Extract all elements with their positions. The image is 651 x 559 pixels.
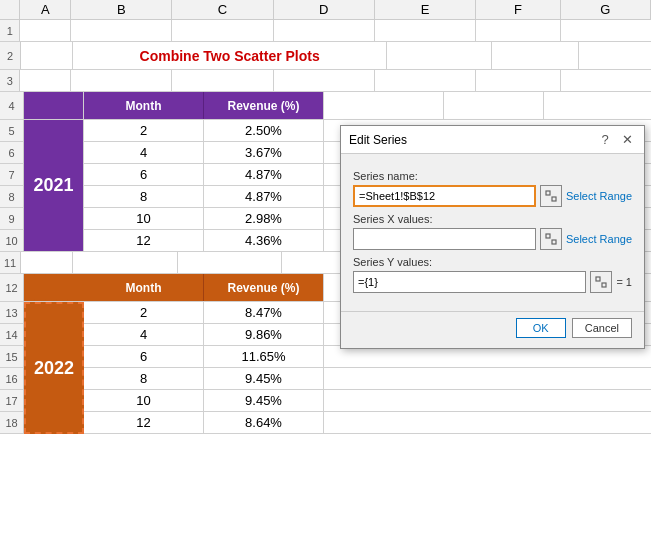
data-2022-r1-revenue[interactable]: 8.47% xyxy=(204,302,324,323)
cell-d3[interactable] xyxy=(274,70,375,91)
col-header-a: A xyxy=(20,0,71,19)
data-2021-r2-month[interactable]: 4 xyxy=(84,142,204,163)
svg-rect-1 xyxy=(552,197,556,201)
dialog-cancel-button[interactable]: Cancel xyxy=(572,318,632,338)
cell-e1[interactable] xyxy=(375,20,476,41)
data-2022-r2-month[interactable]: 4 xyxy=(84,324,204,345)
series-y-label: Series Y values: xyxy=(353,256,632,268)
cell-f2[interactable] xyxy=(492,42,579,69)
cell-rest-r16[interactable] xyxy=(324,368,651,389)
cell-g2[interactable] xyxy=(579,42,651,69)
dialog-ok-button[interactable]: OK xyxy=(516,318,566,338)
header-month-2022[interactable]: Month xyxy=(84,274,204,301)
data-2021-r1-revenue[interactable]: 2.50% xyxy=(204,120,324,141)
cell-rest-r18[interactable] xyxy=(324,412,651,433)
data-2021-r4-month[interactable]: 8 xyxy=(84,186,204,207)
data-2022-r6-revenue[interactable]: 8.64% xyxy=(204,412,324,433)
data-2022-r3-month[interactable]: 6 xyxy=(84,346,204,367)
data-2021-r3-revenue[interactable]: 4.87% xyxy=(204,164,324,185)
year-2021-label: 2021 xyxy=(33,175,73,196)
dialog-help-button[interactable]: ? xyxy=(596,131,614,149)
data-2021-r4-revenue[interactable]: 4.87% xyxy=(204,186,324,207)
data-2021-r5-month[interactable]: 10 xyxy=(84,208,204,229)
svg-rect-4 xyxy=(596,277,600,281)
data-2021-r6-month[interactable]: 12 xyxy=(84,230,204,251)
series-x-select-range[interactable]: Select Range xyxy=(566,233,632,245)
cell-b1[interactable] xyxy=(71,20,172,41)
cell-f3[interactable] xyxy=(476,70,560,91)
data-2021-r2-revenue[interactable]: 3.67% xyxy=(204,142,324,163)
row-num-17: 17 xyxy=(0,390,23,412)
cell-rest-r15[interactable] xyxy=(324,346,651,367)
excel-wrapper: A B C D E F G 1 2 Combine Two Scatter Pl… xyxy=(0,0,651,559)
svg-rect-0 xyxy=(546,191,550,195)
series-x-label: Series X values: xyxy=(353,213,632,225)
cell-c11[interactable] xyxy=(178,252,283,273)
series-name-label: Series name: xyxy=(353,170,632,182)
cell-e2[interactable] xyxy=(387,42,492,69)
dialog-close-button[interactable]: ✕ xyxy=(618,131,636,149)
cell-rest-r17[interactable] xyxy=(324,390,651,411)
cell-f1[interactable] xyxy=(476,20,560,41)
cell-a1[interactable] xyxy=(20,20,71,41)
data-2021-r3-month[interactable]: 6 xyxy=(84,164,204,185)
year-2021-cell[interactable]: 2021 xyxy=(24,120,84,252)
revenue-header-label-2022: Revenue (%) xyxy=(227,281,299,295)
data-2022-r4-revenue[interactable]: 9.45% xyxy=(204,368,324,389)
row-num-12: 12 xyxy=(0,274,24,301)
data-2021-r1-month[interactable]: 2 xyxy=(84,120,204,141)
row-num-13: 13 xyxy=(0,302,23,324)
cell-f4[interactable] xyxy=(444,92,544,119)
year-2022-cell[interactable]: 2022 xyxy=(24,302,84,434)
data-2022-r4-month[interactable]: 8 xyxy=(84,368,204,389)
series-name-range-button[interactable] xyxy=(540,185,562,207)
col-header-d: D xyxy=(274,0,375,19)
col-header-e: E xyxy=(375,0,476,19)
series-y-row: = 1 xyxy=(353,271,632,293)
col-header-b: B xyxy=(71,0,172,19)
cell-g4[interactable] xyxy=(544,92,651,119)
data-2022-r2-revenue[interactable]: 9.86% xyxy=(204,324,324,345)
header-month-2021[interactable]: Month xyxy=(84,92,204,119)
data-2022-r1-month[interactable]: 2 xyxy=(84,302,204,323)
cell-a3[interactable] xyxy=(20,70,71,91)
series-x-row: Select Range xyxy=(353,228,632,250)
row-num-6: 6 xyxy=(0,142,23,164)
header-revenue-2021[interactable]: Revenue (%) xyxy=(204,92,324,119)
cell-b3[interactable] xyxy=(71,70,172,91)
series-y-eq-label: = 1 xyxy=(616,276,632,288)
row-num-11: 11 xyxy=(0,252,21,273)
dialog-titlebar: Edit Series ? ✕ xyxy=(341,126,644,154)
series-name-input[interactable] xyxy=(353,185,536,207)
revenue-header-label-2021: Revenue (%) xyxy=(227,99,299,113)
series-y-range-button[interactable] xyxy=(590,271,612,293)
cell-b11[interactable] xyxy=(73,252,178,273)
series-x-range-button[interactable] xyxy=(540,228,562,250)
cell-a11[interactable] xyxy=(21,252,73,273)
data-2022-r3-revenue[interactable]: 11.65% xyxy=(204,346,324,367)
cell-g3[interactable] xyxy=(561,70,651,91)
row-num-8: 8 xyxy=(0,186,23,208)
year-2022-header-cell[interactable] xyxy=(24,274,84,301)
range-select-icon xyxy=(545,190,557,202)
cell-a4-year-start[interactable] xyxy=(24,92,84,119)
cell-c3[interactable] xyxy=(172,70,273,91)
series-x-input[interactable] xyxy=(353,228,536,250)
cell-c1[interactable] xyxy=(172,20,273,41)
series-y-input[interactable] xyxy=(353,271,586,293)
cell-e3[interactable] xyxy=(375,70,476,91)
row-num-4: 4 xyxy=(0,92,24,119)
data-2021-r6-revenue[interactable]: 4.36% xyxy=(204,230,324,251)
header-revenue-2022[interactable]: Revenue (%) xyxy=(204,274,324,301)
data-2022-r5-revenue[interactable]: 9.45% xyxy=(204,390,324,411)
cell-e4[interactable] xyxy=(324,92,444,119)
cell-d1[interactable] xyxy=(274,20,375,41)
cell-g1[interactable] xyxy=(561,20,651,41)
data-2021-r5-revenue[interactable]: 2.98% xyxy=(204,208,324,229)
series-name-select-range[interactable]: Select Range xyxy=(566,190,632,202)
cell-a2[interactable] xyxy=(21,42,73,69)
dialog-window-controls: ? ✕ xyxy=(596,131,636,149)
title-cell[interactable]: Combine Two Scatter Plots xyxy=(73,42,387,69)
data-2022-r5-month[interactable]: 10 xyxy=(84,390,204,411)
data-2022-r6-month[interactable]: 12 xyxy=(84,412,204,433)
